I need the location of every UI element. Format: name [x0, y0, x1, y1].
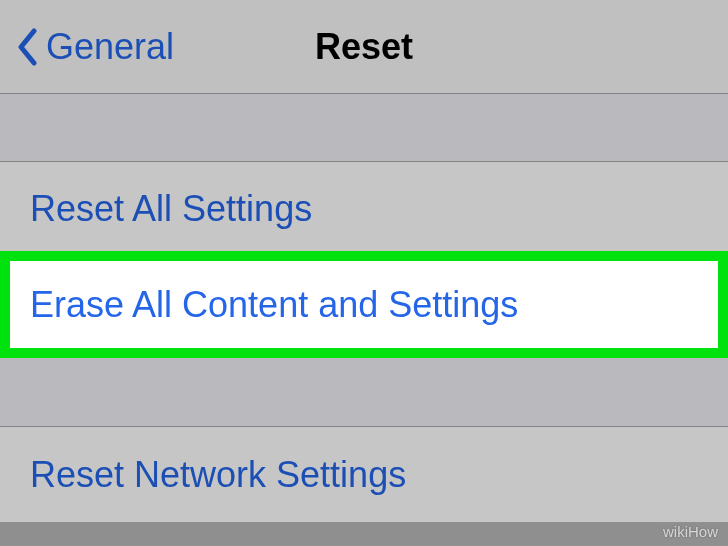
watermark: wikiHow	[663, 523, 718, 540]
section-spacer	[0, 94, 728, 162]
row-label: Reset Network Settings	[30, 454, 406, 496]
highlighted-row-container: Erase All Content and Settings	[0, 257, 728, 352]
reset-all-settings-row[interactable]: Reset All Settings	[0, 162, 728, 257]
back-button[interactable]: General	[16, 26, 174, 68]
page-title: Reset	[315, 26, 413, 68]
row-label: Erase All Content and Settings	[30, 284, 518, 326]
reset-network-settings-row[interactable]: Reset Network Settings	[0, 427, 728, 522]
section-spacer	[0, 352, 728, 427]
navigation-bar: General Reset	[0, 0, 728, 94]
row-label: Reset All Settings	[30, 188, 312, 230]
chevron-left-icon	[16, 28, 38, 66]
erase-all-content-row[interactable]: Erase All Content and Settings	[0, 257, 728, 352]
back-label: General	[46, 26, 174, 68]
